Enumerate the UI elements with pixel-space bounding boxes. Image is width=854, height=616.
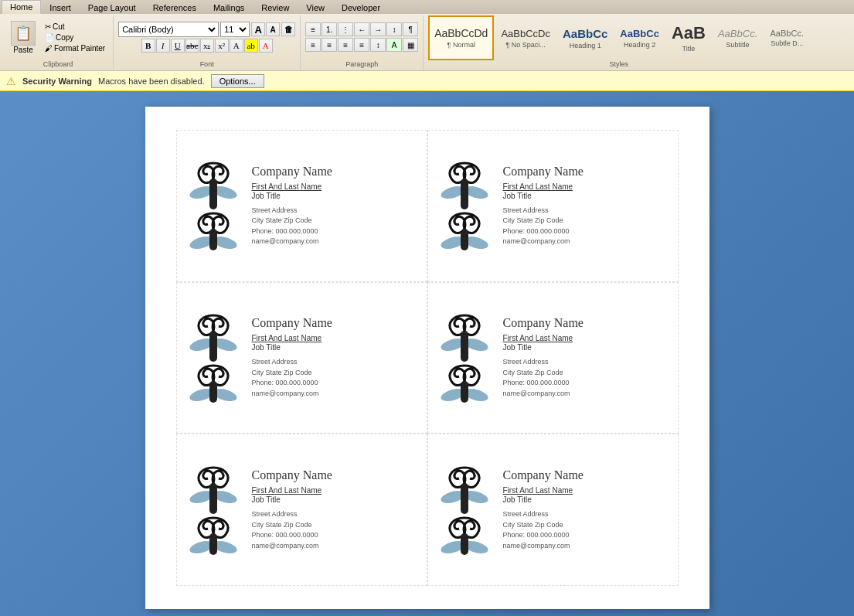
font-label: Font	[114, 60, 300, 68]
font-color-button[interactable]: A	[259, 39, 273, 53]
card-info: Company Name First And Last Name Job Tit…	[503, 165, 584, 247]
card-company-name: Company Name	[252, 468, 332, 482]
tab-home[interactable]: Home	[2, 0, 41, 14]
tab-insert[interactable]: Insert	[41, 1, 80, 14]
card-logo	[185, 460, 243, 560]
business-card: Company Name First And Last Name Job Tit…	[427, 282, 679, 434]
align-right-button[interactable]: ≡	[338, 38, 353, 52]
borders-button[interactable]: ▦	[403, 38, 418, 52]
numbering-button[interactable]: 1.	[322, 22, 337, 36]
tab-page-layout[interactable]: Page Layout	[80, 1, 145, 14]
card-info: Company Name First And Last Name Job Tit…	[252, 165, 332, 247]
font-name-selector[interactable]: Calibri (Body)	[118, 22, 219, 37]
show-formatting-button[interactable]: ¶	[403, 22, 418, 36]
svg-rect-5	[209, 229, 217, 250]
paste-button[interactable]: 📋 Paste	[8, 19, 39, 56]
card-company-name: Company Name	[503, 165, 584, 179]
card-info: Company Name First And Last Name Job Tit…	[252, 468, 332, 551]
font-grow-buttons: A A	[251, 22, 280, 36]
style-heading2[interactable]: AaBbCc Heading 2	[614, 15, 665, 60]
svg-rect-35	[461, 533, 468, 555]
security-icon: ⚠	[6, 75, 16, 87]
card-logo	[436, 155, 494, 256]
bullets-button[interactable]: ≡	[305, 22, 321, 36]
document-page: Company Name First And Last Name Job Tit…	[145, 107, 709, 609]
toolbar: Home Insert Page Layout References Maili…	[0, 0, 854, 71]
svg-rect-17	[209, 381, 217, 403]
format-painter-button[interactable]: 🖌 Format Painter	[42, 43, 108, 53]
font-controls: Calibri (Body) 11 A A 🗑 B I U abc	[118, 22, 295, 63]
card-logo	[185, 308, 243, 408]
card-logo	[436, 460, 494, 560]
underline-button[interactable]: U	[171, 39, 185, 53]
card-address: Street Address City State Zip Code Phone…	[252, 357, 332, 399]
card-address: Street Address City State Zip Code Phone…	[503, 357, 584, 399]
style-heading1[interactable]: AaBbCc Heading 1	[557, 15, 613, 60]
tab-developer[interactable]: Developer	[333, 1, 389, 14]
svg-rect-20	[461, 331, 468, 362]
card-address: Street Address City State Zip Code Phone…	[503, 509, 584, 551]
superscript-button[interactable]: x²	[215, 39, 229, 53]
styles-label: Styles	[424, 60, 814, 68]
paragraph-group: ≡ 1. ⋮ ← → ↕ ¶ ≡ ≡ ≡ ≡ ↕ A ▦ P	[301, 15, 424, 70]
document-area: Company Name First And Last Name Job Tit…	[0, 91, 854, 616]
card-logo	[436, 308, 494, 408]
font-row1: Calibri (Body) 11 A A 🗑	[118, 22, 295, 37]
decrease-indent-button[interactable]: ←	[354, 22, 369, 36]
justify-button[interactable]: ≡	[354, 38, 369, 52]
style-title[interactable]: AaB Title	[666, 15, 711, 60]
tab-view[interactable]: View	[298, 1, 333, 14]
ribbon-tabs: Home Insert Page Layout References Maili…	[0, 0, 854, 14]
tab-references[interactable]: References	[145, 1, 205, 14]
increase-indent-button[interactable]: →	[370, 22, 386, 36]
style-subtle-discrete[interactable]: AaBbCc. Subtle D...	[764, 15, 809, 60]
options-button[interactable]: Options...	[211, 74, 264, 88]
paste-icon: 📋	[11, 21, 36, 46]
svg-rect-2	[209, 179, 217, 209]
subscript-button[interactable]: x₂	[200, 39, 214, 53]
strikethrough-button[interactable]: abc	[185, 39, 199, 53]
font-shrink-button[interactable]: A	[266, 22, 280, 36]
ribbon-content: 📋 Paste ✂ Cut 📄 Copy 🖌 Format Painter Cl…	[0, 14, 854, 71]
copy-button[interactable]: 📄 Copy	[42, 32, 108, 43]
paste-label: Paste	[13, 46, 33, 54]
card-address: Street Address City State Zip Code Phone…	[252, 206, 332, 247]
clear-format-button[interactable]: 🗑	[281, 22, 295, 36]
center-button[interactable]: ≡	[322, 38, 337, 52]
font-grow-button[interactable]: A	[251, 22, 265, 36]
paragraph-label: Paragraph	[301, 60, 423, 68]
style-no-spacing[interactable]: AaBbCcDc ¶ No Spaci...	[495, 15, 556, 60]
style-subtitle[interactable]: AaBbCc. Subtitle	[713, 15, 763, 60]
clipboard-label: Clipboard	[3, 60, 113, 68]
card-person-name: First And Last Name	[503, 486, 584, 495]
sort-button[interactable]: ↕	[386, 22, 402, 36]
italic-button[interactable]: I	[156, 39, 170, 53]
tab-review[interactable]: Review	[253, 1, 298, 14]
card-job-title: Job Title	[503, 343, 584, 352]
align-left-button[interactable]: ≡	[305, 38, 321, 52]
shading-button[interactable]: A	[386, 38, 402, 52]
svg-rect-26	[209, 483, 217, 514]
paragraph-row2: ≡ ≡ ≡ ≡ ↕ A ▦	[305, 38, 418, 52]
text-highlight-button[interactable]: ab	[244, 39, 258, 53]
card-person-name: First And Last Name	[252, 486, 332, 495]
bold-button[interactable]: B	[141, 39, 155, 53]
svg-rect-8	[461, 179, 468, 209]
business-card: Company Name First And Last Name Job Tit…	[176, 130, 427, 282]
security-warning-label: Security Warning	[22, 77, 92, 86]
card-person-name: First And Last Name	[503, 182, 584, 191]
svg-rect-32	[461, 483, 468, 514]
font-size-selector[interactable]: 11	[220, 22, 250, 37]
card-person-name: First And Last Name	[252, 182, 332, 191]
business-card: Company Name First And Last Name Job Tit…	[176, 282, 427, 434]
card-address: Street Address City State Zip Code Phone…	[503, 206, 584, 247]
multilevel-button[interactable]: ⋮	[338, 22, 353, 36]
card-company-name: Company Name	[503, 468, 584, 482]
line-spacing-button[interactable]: ↕	[370, 38, 386, 52]
card-info: Company Name First And Last Name Job Tit…	[503, 468, 584, 551]
cut-button[interactable]: ✂ Cut	[42, 22, 108, 32]
text-effect-button[interactable]: A	[230, 39, 243, 53]
style-normal[interactable]: AaBbCcDd ¶ Normal	[428, 15, 494, 60]
card-job-title: Job Title	[252, 343, 332, 352]
tab-mailings[interactable]: Mailings	[205, 1, 253, 14]
